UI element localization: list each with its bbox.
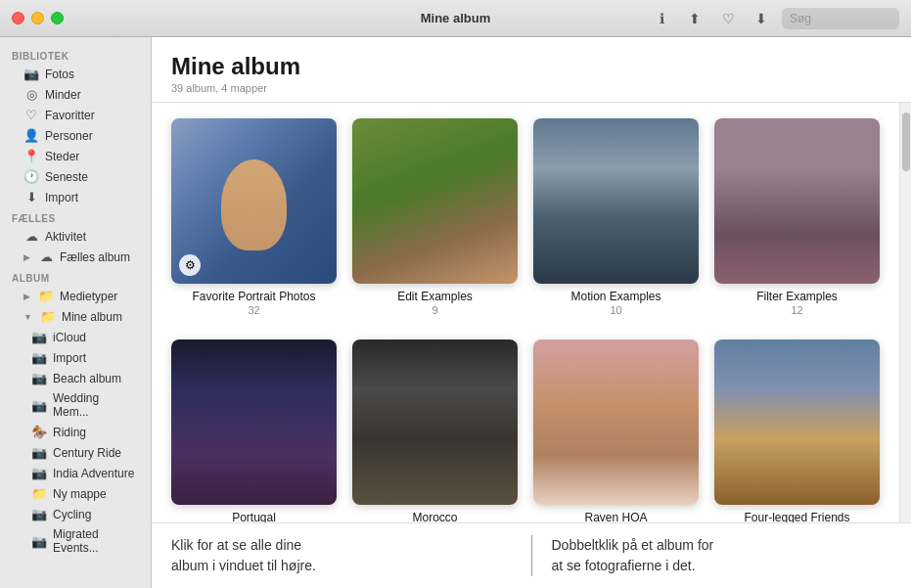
bottom-caption: Klik for at se alle dinealbum i vinduet … bbox=[152, 522, 911, 588]
album-count: 32 bbox=[248, 304, 259, 316]
photos-icon: 📷 bbox=[23, 67, 39, 81]
scrollbar-track[interactable] bbox=[899, 103, 911, 522]
album-name: Filter Examples bbox=[756, 290, 838, 303]
sidebar-section-faelles: Fælles bbox=[0, 207, 151, 226]
page-title: Mine album bbox=[171, 53, 891, 80]
icloud-icon: 📷 bbox=[31, 330, 47, 344]
album-item-filter-examples[interactable]: Filter Examples 12 bbox=[714, 118, 880, 316]
album-name: Motion Examples bbox=[570, 290, 660, 303]
close-button[interactable] bbox=[12, 12, 24, 24]
sidebar-item-ny-mappe[interactable]: 📁 Ny mappe bbox=[4, 483, 147, 504]
sidebar-item-mine-album[interactable]: ▼ 📁 Mine album bbox=[4, 306, 147, 327]
sidebar-item-personer[interactable]: 👤 Personer bbox=[4, 125, 147, 146]
sidebar-item-seneste[interactable]: 🕐 Seneste bbox=[4, 166, 147, 187]
my-albums-icon: 📁 bbox=[40, 309, 56, 324]
caption-left-text: Klik for at se alle dinealbum i vinduet … bbox=[171, 537, 316, 573]
sidebar-item-import[interactable]: ⬇ Import bbox=[4, 187, 147, 207]
scrollbar-thumb[interactable] bbox=[902, 113, 910, 171]
sidebar-item-favoritter[interactable]: ♡ Favoritter bbox=[4, 105, 147, 125]
album-thumb bbox=[352, 339, 518, 505]
people-icon: 👤 bbox=[23, 128, 39, 143]
sidebar-item-aktivitet[interactable]: ☁ Aktivitet bbox=[4, 226, 147, 247]
import-icon[interactable]: ⬇ bbox=[749, 8, 774, 29]
album-item-morocco[interactable]: Morocco 32 bbox=[352, 339, 518, 522]
cycling-icon: 📷 bbox=[31, 507, 47, 521]
gear-badge: ⚙ bbox=[179, 254, 201, 276]
chevron-right-icon2: ▶ bbox=[23, 292, 30, 301]
album-thumb bbox=[352, 118, 518, 284]
sidebar-item-minder[interactable]: ◎ Minder bbox=[4, 84, 147, 105]
caption-divider bbox=[531, 535, 532, 576]
share-icon[interactable]: ⬆ bbox=[682, 8, 707, 29]
folder-icon: 📁 bbox=[31, 486, 47, 501]
century-icon: 📷 bbox=[31, 445, 47, 460]
import-sub-icon: 📷 bbox=[31, 350, 47, 365]
sidebar-item-fotos[interactable]: 📷 Fotos bbox=[4, 64, 147, 84]
album-thumb: ⚙ bbox=[171, 118, 337, 284]
caption-right-text: Dobbeltklik på et album forat se fotogra… bbox=[552, 537, 714, 573]
caption-right: Dobbeltklik på et album forat se fotogra… bbox=[552, 535, 892, 576]
sidebar-item-century[interactable]: 📷 Century Ride bbox=[4, 442, 147, 463]
album-item-fav-portrait[interactable]: ⚙ Favorite Portrait Photos 32 bbox=[171, 118, 337, 316]
sidebar: Bibliotek 📷 Fotos ◎ Minder ♡ Favoritter … bbox=[0, 37, 152, 588]
beach-icon: 📷 bbox=[31, 371, 47, 385]
india-icon: 📷 bbox=[31, 466, 47, 480]
window-title: Mine album bbox=[421, 11, 491, 25]
chevron-right-icon: ▶ bbox=[23, 252, 30, 262]
recent-icon: 🕐 bbox=[23, 169, 39, 184]
sidebar-item-beach-album[interactable]: 📷 Beach album bbox=[4, 368, 147, 388]
album-count: 12 bbox=[791, 304, 802, 316]
album-thumb bbox=[171, 339, 337, 505]
main-header: Mine album 39 album, 4 mapper bbox=[152, 37, 911, 103]
minimize-button[interactable] bbox=[31, 12, 44, 24]
album-name: Portugal bbox=[232, 511, 276, 522]
search-box[interactable] bbox=[782, 8, 899, 29]
wedding-icon: 📷 bbox=[31, 398, 47, 413]
traffic-lights bbox=[12, 12, 64, 24]
activity-icon: ☁ bbox=[23, 229, 39, 244]
album-name: Four-legged Friends bbox=[744, 511, 849, 522]
migrated-icon: 📷 bbox=[31, 534, 47, 549]
sidebar-item-wedding[interactable]: 📷 Wedding Mem... bbox=[4, 388, 147, 422]
riding-icon: 🏇 bbox=[31, 425, 47, 439]
maximize-button[interactable] bbox=[51, 12, 64, 24]
sidebar-item-migrated[interactable]: 📷 Migrated Events... bbox=[4, 524, 147, 558]
sidebar-item-india[interactable]: 📷 India Adventure bbox=[4, 463, 147, 483]
sidebar-item-icloud[interactable]: 📷 iCloud bbox=[4, 327, 147, 347]
album-thumb bbox=[714, 118, 880, 284]
shared-album-icon: ☁ bbox=[38, 249, 54, 264]
sidebar-section-bibliotek: Bibliotek bbox=[0, 45, 151, 64]
places-icon: 📍 bbox=[23, 149, 39, 163]
album-item-portugal[interactable]: Portugal 71 bbox=[171, 339, 337, 522]
heart-icon[interactable]: ♡ bbox=[715, 8, 741, 29]
sidebar-item-medietyper[interactable]: ▶ 📁 Medietyper bbox=[4, 286, 147, 306]
album-thumb bbox=[533, 118, 699, 284]
sidebar-section-album: Album bbox=[0, 267, 151, 286]
albums-grid: ⚙ Favorite Portrait Photos 32 Edit Examp… bbox=[152, 103, 899, 522]
app-body: Bibliotek 📷 Fotos ◎ Minder ♡ Favoritter … bbox=[0, 37, 911, 588]
favorites-icon: ♡ bbox=[23, 108, 39, 122]
sidebar-item-cycling[interactable]: 📷 Cycling bbox=[4, 504, 147, 524]
search-input[interactable] bbox=[790, 12, 891, 25]
media-types-icon: 📁 bbox=[38, 289, 54, 303]
import-icon: ⬇ bbox=[23, 190, 39, 204]
album-name: Raven HOA bbox=[584, 511, 647, 522]
album-thumb bbox=[714, 339, 880, 505]
page-subtitle: 39 album, 4 mapper bbox=[171, 82, 891, 94]
album-item-edit-examples[interactable]: Edit Examples 9 bbox=[352, 118, 518, 316]
memories-icon: ◎ bbox=[23, 87, 39, 102]
album-count: 9 bbox=[432, 304, 437, 316]
chevron-down-icon: ▼ bbox=[23, 312, 32, 322]
sidebar-item-steder[interactable]: 📍 Steder bbox=[4, 146, 147, 166]
sidebar-item-faelles-album[interactable]: ▶ ☁ Fælles album bbox=[4, 247, 147, 267]
sidebar-item-import-sub[interactable]: 📷 Import bbox=[4, 347, 147, 368]
album-item-motion-examples[interactable]: Motion Examples 10 bbox=[533, 118, 699, 316]
album-count: 10 bbox=[610, 304, 621, 316]
sidebar-item-riding[interactable]: 🏇 Riding bbox=[4, 422, 147, 442]
album-name: Favorite Portrait Photos bbox=[192, 290, 315, 303]
info-icon[interactable]: ℹ bbox=[649, 8, 674, 29]
album-item-raven-hoa[interactable]: Raven HOA 4 bbox=[533, 339, 699, 522]
caption-left: Klik for at se alle dinealbum i vinduet … bbox=[171, 535, 512, 576]
main-content: Mine album 39 album, 4 mapper ⚙ Favorite… bbox=[152, 37, 911, 588]
album-item-four-legged[interactable]: Four-legged Friends 38 bbox=[714, 339, 880, 522]
